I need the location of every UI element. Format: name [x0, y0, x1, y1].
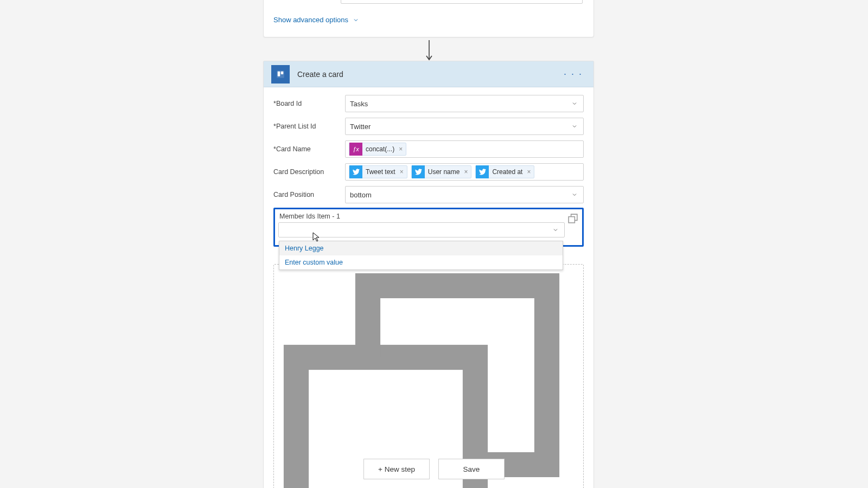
- twitter-icon: [412, 165, 425, 178]
- show-advanced-label: Show advanced options: [273, 16, 348, 24]
- chevron-down-icon: [353, 17, 359, 23]
- token-remove[interactable]: ×: [399, 168, 407, 176]
- label-board-id: *Board Id: [273, 100, 345, 108]
- input-card-name[interactable]: ƒx concat(...) ×: [345, 140, 584, 158]
- label-member-ids-item: Member Ids Item - 1: [278, 211, 565, 222]
- label-card-position: Card Position: [273, 191, 345, 199]
- token-user-name[interactable]: User name ×: [411, 165, 472, 178]
- token-remove[interactable]: ×: [398, 145, 406, 153]
- chevron-down-icon: [571, 100, 578, 107]
- action-card-create-a-card: Create a card · · · *Board Id Tasks *Par…: [263, 61, 594, 488]
- previous-action-field[interactable]: [341, 0, 583, 4]
- token-remove[interactable]: ×: [463, 168, 471, 176]
- token-tweet-text[interactable]: Tweet text ×: [349, 165, 407, 178]
- action-more-menu[interactable]: · · ·: [560, 66, 586, 82]
- fx-icon: ƒx: [349, 143, 362, 156]
- input-card-position[interactable]: bottom: [345, 186, 584, 203]
- dropdown-option-custom-value[interactable]: Enter custom value: [279, 255, 563, 269]
- chevron-down-icon: [571, 191, 578, 198]
- flow-arrow-icon: [426, 40, 432, 61]
- save-button[interactable]: Save: [438, 459, 505, 479]
- twitter-icon: [349, 165, 362, 178]
- label-card-name: *Card Name: [273, 145, 345, 153]
- trello-icon: [271, 65, 290, 84]
- action-title: Create a card: [297, 70, 343, 79]
- footer-actions: + New step Save: [0, 459, 868, 479]
- label-ids-section: Label Ids Item - 1 + Add new item: [273, 264, 584, 488]
- label-card-description: Card Description: [273, 168, 345, 176]
- token-created-at[interactable]: Created at ×: [475, 165, 534, 178]
- input-board-id[interactable]: Tasks: [345, 95, 584, 112]
- input-card-description[interactable]: Tweet text × User name × Created at ×: [345, 163, 584, 181]
- token-remove[interactable]: ×: [526, 168, 534, 176]
- action-header[interactable]: Create a card · · ·: [264, 61, 593, 87]
- show-advanced-options-link[interactable]: Show advanced options: [273, 16, 359, 24]
- token-concat-expression[interactable]: ƒx concat(...) ×: [349, 143, 406, 156]
- twitter-icon: [476, 165, 489, 178]
- new-step-button[interactable]: + New step: [363, 459, 430, 479]
- svg-rect-2: [278, 71, 280, 76]
- member-ids-dropdown: Henry Legge Enter custom value: [279, 241, 563, 270]
- chevron-down-icon: [571, 123, 578, 130]
- input-parent-list-id[interactable]: Twitter: [345, 118, 584, 135]
- input-member-ids-item[interactable]: [278, 222, 565, 237]
- member-ids-item-box: Member Ids Item - 1 Henry Legge Enter cu…: [273, 208, 584, 247]
- resize-handle-icon[interactable]: [278, 268, 565, 488]
- svg-rect-4: [569, 217, 575, 223]
- svg-rect-3: [281, 71, 284, 74]
- previous-action-card: Show advanced options: [263, 0, 594, 37]
- resize-handle-icon[interactable]: [568, 214, 578, 223]
- label-parent-list-id: *Parent List Id: [273, 123, 345, 131]
- chevron-down-icon: [552, 227, 559, 233]
- dropdown-option-henry-legge[interactable]: Henry Legge: [279, 241, 563, 255]
